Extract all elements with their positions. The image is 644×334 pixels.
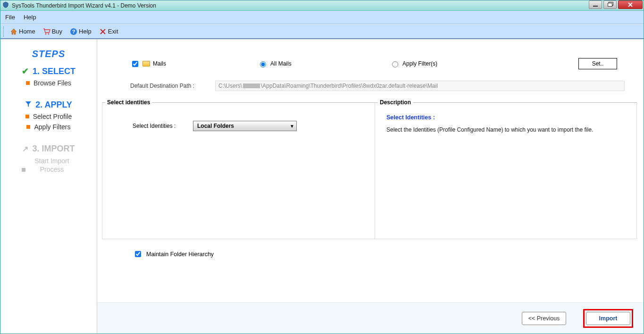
path-prefix: C:\Users\ bbox=[218, 83, 242, 89]
destination-path-label: Default Destination Path : bbox=[130, 83, 215, 89]
step-select: ✔ 1. SELECT Browse Files bbox=[0, 66, 97, 87]
menu-help[interactable]: Help bbox=[24, 14, 36, 21]
destination-path-field: C:\Users\\AppData\Roaming\Thunderbird\Pr… bbox=[215, 81, 625, 91]
help-icon: ? bbox=[70, 28, 77, 35]
destination-path-row: Default Destination Path : C:\Users\\App… bbox=[97, 79, 644, 102]
apply-filters-label: Apply Filter(s) bbox=[402, 60, 437, 67]
path-suffix: \AppData\Roaming\Thunderbird\Profiles\8w… bbox=[261, 83, 438, 89]
toolbar-help-label: Help bbox=[79, 28, 92, 35]
description-heading: Select Identities : bbox=[386, 114, 629, 121]
step-import: ↗ 3. IMPORT Start Import Process bbox=[0, 144, 97, 174]
app-icon bbox=[2, 1, 9, 9]
toolbar-separator bbox=[3, 26, 4, 37]
minimize-button[interactable] bbox=[589, 0, 602, 9]
toolbar-buy[interactable]: Buy bbox=[40, 27, 65, 36]
cart-icon bbox=[43, 28, 50, 35]
steps-sidebar: STEPS ✔ 1. SELECT Browse Files 2. APPLY bbox=[0, 39, 97, 334]
apply-filters-radio[interactable] bbox=[392, 61, 398, 67]
chevron-down-icon: ▼ bbox=[290, 124, 294, 129]
footer-bar: << Previous Import bbox=[97, 302, 644, 334]
identities-selected-value: Local Folders bbox=[197, 123, 234, 129]
bullet-icon bbox=[25, 115, 29, 118]
step-apply-sub2-label: Apply Filters bbox=[34, 123, 70, 131]
maintain-hierarchy-label: Maintain Folder Hierarchy bbox=[146, 251, 214, 258]
import-button[interactable]: Import bbox=[586, 312, 630, 325]
check-icon: ✔ bbox=[22, 66, 29, 76]
select-identities-legend: Select identities bbox=[105, 99, 152, 106]
mails-label: Mails bbox=[153, 60, 166, 67]
home-icon bbox=[10, 28, 17, 35]
close-button[interactable] bbox=[618, 0, 643, 9]
select-identities-fieldset: Select identities Select Identities : Lo… bbox=[102, 102, 375, 239]
toolbar-buy-label: Buy bbox=[52, 28, 62, 35]
svg-point-1 bbox=[48, 33, 49, 34]
toolbar-help[interactable]: ? Help bbox=[67, 27, 94, 36]
step-apply: 2. APPLY Select Profile Apply Filters bbox=[0, 100, 97, 131]
svg-point-0 bbox=[45, 33, 46, 34]
import-button-highlight: Import bbox=[583, 309, 633, 328]
identities-dropdown[interactable]: Local Folders ▼ bbox=[193, 121, 297, 131]
toolbar-home[interactable]: Home bbox=[7, 27, 38, 36]
description-fieldset: Description Select Identities : Select t… bbox=[375, 102, 637, 239]
menubar: File Help bbox=[0, 11, 644, 24]
arrow-icon: ↗ bbox=[22, 144, 28, 153]
step-apply-sub-filters: Apply Filters bbox=[0, 123, 97, 131]
step-select-sub-label: Browse Files bbox=[33, 79, 71, 87]
mails-checkbox[interactable] bbox=[132, 61, 138, 67]
step-apply-sub-profile: Select Profile bbox=[0, 113, 97, 120]
options-row: Mails All Mails Apply Filter(s) Set.. bbox=[97, 39, 644, 79]
step-import-sub-start: Start Import Process bbox=[0, 157, 97, 174]
step-apply-sub1-label: Select Profile bbox=[33, 113, 72, 120]
toolbar-exit[interactable]: Exit bbox=[96, 27, 121, 36]
titlebar: SysTools Thunderbird Import Wizard v4.1 … bbox=[0, 0, 644, 11]
menu-file[interactable]: File bbox=[5, 14, 15, 21]
set-button[interactable]: Set.. bbox=[578, 58, 617, 69]
maintain-hierarchy-row: Maintain Folder Hierarchy bbox=[97, 239, 644, 259]
steps-heading: STEPS bbox=[0, 49, 97, 59]
main-panel: Mails All Mails Apply Filter(s) Set.. De… bbox=[97, 39, 644, 334]
previous-button[interactable]: << Previous bbox=[522, 312, 566, 325]
step-import-title: 3. IMPORT bbox=[32, 144, 75, 154]
fieldset-zone: Select identities Select Identities : Lo… bbox=[97, 102, 644, 239]
step-select-sub-browse: Browse Files bbox=[0, 79, 97, 87]
filter-icon bbox=[25, 101, 32, 109]
bullet-icon bbox=[26, 125, 30, 129]
mail-icon bbox=[142, 61, 150, 67]
all-mails-radio[interactable] bbox=[260, 61, 266, 67]
step-apply-title: 2. APPLY bbox=[35, 100, 72, 110]
path-masked-segment bbox=[243, 84, 260, 88]
maximize-button[interactable] bbox=[603, 0, 617, 9]
step-import-sub-label: Start Import Process bbox=[28, 157, 75, 174]
svg-text:?: ? bbox=[72, 29, 75, 34]
maintain-hierarchy-checkbox[interactable] bbox=[135, 251, 141, 257]
all-mails-label: All Mails bbox=[270, 60, 292, 67]
select-identities-label: Select Identities : bbox=[110, 123, 193, 129]
bullet-icon bbox=[22, 168, 25, 172]
window-title: SysTools Thunderbird Import Wizard v4.1 … bbox=[12, 2, 156, 9]
toolbar-home-label: Home bbox=[19, 28, 35, 35]
toolbar: Home Buy ? Help Exit bbox=[0, 24, 644, 39]
toolbar-exit-label: Exit bbox=[108, 28, 118, 35]
bullet-icon bbox=[26, 81, 30, 85]
description-body: Select the Identities (Profile Configure… bbox=[386, 125, 629, 134]
description-legend: Description bbox=[378, 99, 413, 106]
step-select-title: 1. SELECT bbox=[33, 67, 75, 76]
exit-icon bbox=[99, 28, 107, 35]
